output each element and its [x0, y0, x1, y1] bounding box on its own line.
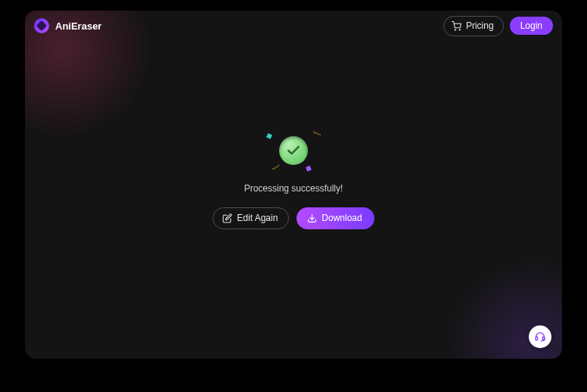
support-fab[interactable] — [529, 325, 551, 348]
confetti-icon: ◆ — [304, 163, 312, 173]
headset-icon — [534, 331, 546, 343]
action-buttons: Edit Again Download — [213, 207, 374, 229]
svg-rect-3 — [536, 337, 538, 341]
download-icon — [307, 213, 317, 223]
edit-icon — [222, 213, 232, 223]
download-label: Download — [321, 213, 362, 222]
confetti-icon: ◆ — [265, 130, 273, 140]
app-window: AniEraser Pricing Login ◆ 〰 〰 ◆ — [25, 11, 562, 359]
edit-again-label: Edit Again — [237, 213, 278, 222]
confetti-icon: 〰 — [271, 162, 282, 173]
main-content: ◆ 〰 〰 ◆ Processing successfully! Edit Ag… — [25, 11, 562, 354]
status-text: Processing successfully! — [244, 183, 343, 194]
confetti-icon: 〰 — [311, 129, 322, 140]
success-graphic: ◆ 〰 〰 ◆ — [271, 132, 316, 170]
download-button[interactable]: Download — [297, 207, 374, 229]
checkmark-circle-icon — [279, 136, 308, 165]
edit-again-button[interactable]: Edit Again — [213, 207, 289, 229]
